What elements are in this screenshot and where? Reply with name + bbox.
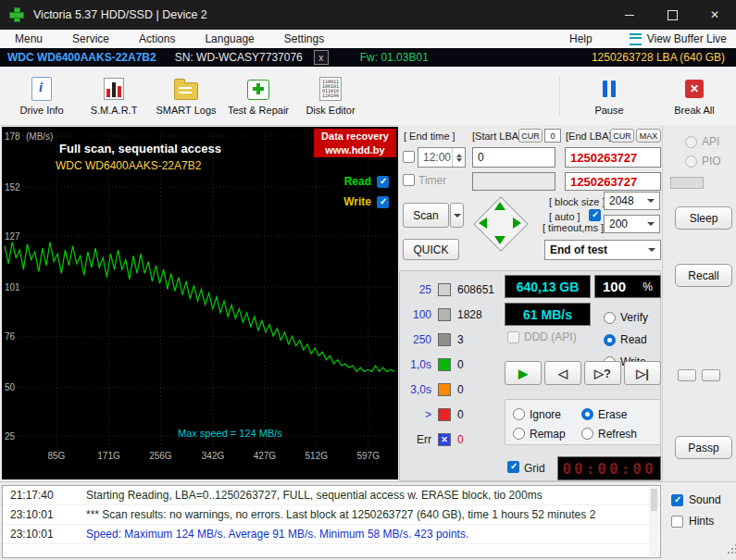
- menu-item-settings[interactable]: Settings: [269, 32, 339, 45]
- spinner-arrows-icon[interactable]: [452, 148, 465, 167]
- log-scrollbar[interactable]: [649, 487, 659, 556]
- progress-display: 100 %: [594, 275, 661, 298]
- title-bar: Victoria 5.37 HDD/SSD | Device 2: [0, 0, 736, 30]
- window-title: Victoria 5.37 HDD/SSD | Device 2: [33, 8, 207, 21]
- scrollbar-thumb[interactable]: [651, 489, 657, 511]
- drive-info-button[interactable]: Drive Info: [6, 76, 78, 116]
- victoria-window: Victoria 5.37 HDD/SSD | Device 2 MenuSer…: [0, 0, 736, 560]
- after-scan-erase-radio[interactable]: [581, 408, 593, 420]
- timer-checkbox[interactable]: [403, 174, 415, 186]
- end-lba-cur-button[interactable]: CUR: [610, 129, 634, 143]
- device-tab-close-icon[interactable]: x: [314, 50, 329, 65]
- scan-dropdown-button[interactable]: [450, 203, 464, 228]
- scan-graph: 178152127101765025(MB/s)85G171G256G342G4…: [2, 127, 398, 479]
- mini-button-1[interactable]: [678, 369, 696, 381]
- view-buffer-live-button[interactable]: View Buffer Live: [630, 32, 727, 45]
- device-model[interactable]: WDC WD6400AAKS-22A7B2: [7, 51, 156, 64]
- ddd-checkbox[interactable]: [507, 331, 519, 343]
- disk-editor-button[interactable]: Disk Editor: [294, 76, 367, 116]
- speed-display: 61 MB/s: [505, 303, 591, 326]
- log-box[interactable]: 21:17:40Starting Reading, LBA=0..1250263…: [2, 485, 661, 558]
- after-scan-ignore-radio[interactable]: [513, 408, 525, 420]
- legend-write-checkbox[interactable]: [377, 196, 389, 208]
- victoria-app-icon: [9, 7, 24, 22]
- end-of-test-value: End of test: [550, 243, 607, 256]
- block-size-select[interactable]: 2048: [604, 192, 660, 210]
- seek-end-button[interactable]: ▷|: [624, 361, 661, 385]
- menu-item-actions[interactable]: Actions: [124, 32, 190, 45]
- pio-radio[interactable]: [685, 156, 697, 168]
- hints-row[interactable]: Hints: [671, 515, 734, 528]
- toolbar: Drive InfoS.M.A.R.TSMART LogsTest & Repa…: [0, 67, 736, 126]
- test-repair-button[interactable]: Test & Repair: [222, 76, 294, 116]
- smart-logs-icon: [174, 76, 198, 102]
- passport-button[interactable]: Passp: [675, 436, 732, 459]
- timeout-label: [ timeout,ms ]: [543, 222, 604, 233]
- menu-item-language[interactable]: Language: [190, 32, 268, 45]
- jog-up-icon[interactable]: [494, 202, 505, 210]
- svg-text:256G: 256G: [149, 451, 172, 461]
- transport-buttons: ▶◁▷?▷|: [505, 361, 661, 385]
- end-lba-max-button[interactable]: MAX: [636, 129, 661, 143]
- menu-item-service[interactable]: Service: [57, 32, 124, 45]
- log-message: Speed: Maximum 124 MB/s. Average 91 MB/s…: [86, 528, 468, 541]
- menu-item-menu[interactable]: Menu: [0, 32, 57, 45]
- jog-down-icon[interactable]: [494, 236, 505, 244]
- timeout-select[interactable]: 200: [604, 215, 660, 233]
- pio-radio-row[interactable]: PIO: [685, 150, 721, 172]
- jog-right-icon[interactable]: [513, 218, 521, 229]
- after-scan-remap-row[interactable]: Remap: [513, 424, 581, 443]
- jog-left-icon[interactable]: [479, 218, 487, 229]
- auto-checkbox[interactable]: [589, 209, 601, 221]
- lba-jog-pad[interactable]: [470, 193, 530, 253]
- menu-item-help[interactable]: Help: [558, 32, 604, 45]
- break-all-button[interactable]: Break All: [658, 76, 730, 116]
- after-scan-erase-row[interactable]: Erase: [581, 404, 650, 424]
- quick-button[interactable]: QUICK: [403, 239, 459, 260]
- end-time-spinner[interactable]: 12:00: [418, 147, 466, 168]
- pause-button[interactable]: Pause: [573, 76, 645, 116]
- after-scan-ignore-row[interactable]: Ignore: [513, 404, 581, 424]
- recall-button[interactable]: Recall: [675, 264, 732, 287]
- latency-bins: 25608651100182825031,0s03,0s0>0Err0: [402, 277, 494, 452]
- smart-button[interactable]: S.M.A.R.T: [78, 76, 150, 116]
- mode-verify-radio[interactable]: [604, 312, 616, 324]
- sleep-button[interactable]: Sleep: [675, 206, 732, 230]
- smart-logs-button[interactable]: SMART Logs: [150, 76, 222, 116]
- sound-checkbox[interactable]: [671, 494, 683, 506]
- mini-button-2[interactable]: [702, 369, 720, 381]
- device-capacity: 1250263728 LBA (640 GB): [592, 51, 725, 64]
- minimize-button[interactable]: [608, 0, 651, 30]
- end-lba-input[interactable]: 1250263727: [565, 147, 661, 168]
- after-scan-refresh-radio[interactable]: [581, 428, 593, 440]
- seek-question-button[interactable]: ▷?: [584, 361, 621, 385]
- hdd-by-banner[interactable]: Data recovery www.hdd.by: [314, 129, 396, 157]
- grid-checkbox[interactable]: [507, 461, 519, 473]
- step-back-button[interactable]: ◁: [544, 361, 581, 385]
- ddd-label: DDD (API): [524, 330, 577, 343]
- scan-button[interactable]: Scan: [403, 203, 449, 228]
- api-radio[interactable]: [685, 136, 697, 148]
- mode-verify-row[interactable]: Verify: [604, 306, 648, 329]
- legend-read-checkbox[interactable]: [377, 176, 389, 188]
- svg-text:50: 50: [5, 382, 16, 392]
- sound-row[interactable]: Sound: [671, 493, 734, 506]
- mode-read-row[interactable]: Read: [604, 329, 648, 351]
- hints-checkbox[interactable]: [671, 516, 683, 528]
- bin-label: 250: [402, 333, 431, 346]
- close-icon: [710, 8, 719, 21]
- after-scan-remap-radio[interactable]: [513, 428, 525, 440]
- smart-logs-label: SMART Logs: [156, 105, 216, 116]
- disk-editor-icon: [319, 76, 342, 102]
- bin-label: Err: [402, 433, 431, 446]
- close-button[interactable]: [693, 0, 736, 30]
- end-time-checkbox[interactable]: [403, 151, 415, 163]
- play-button[interactable]: ▶: [505, 361, 542, 385]
- maximize-button[interactable]: [651, 0, 693, 30]
- end-of-test-select[interactable]: End of test: [544, 240, 661, 260]
- start-lba-cur-button[interactable]: CUR: [518, 129, 543, 143]
- after-scan-refresh-row[interactable]: Refresh: [581, 424, 650, 443]
- resize-grip[interactable]: [728, 552, 730, 554]
- mode-read-radio[interactable]: [604, 334, 616, 346]
- start-lba-input[interactable]: 0: [472, 147, 555, 168]
